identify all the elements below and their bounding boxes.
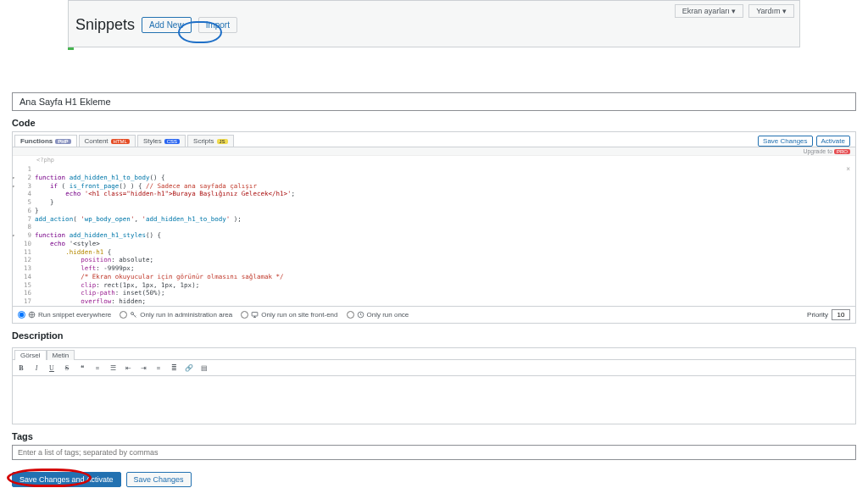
align-center-icon[interactable]: ≣ bbox=[169, 363, 179, 373]
tags-input[interactable] bbox=[12, 445, 856, 460]
tab-styles-label: Styles bbox=[143, 137, 162, 145]
upgrade-row: Upgrade to PRO bbox=[13, 147, 855, 156]
image-icon[interactable]: ▤ bbox=[199, 363, 209, 373]
tab-content-label: Content bbox=[85, 137, 108, 145]
align-left-icon[interactable]: ≡ bbox=[153, 363, 164, 373]
progress-indicator bbox=[68, 47, 74, 50]
help-button[interactable]: Yardım ▾ bbox=[748, 4, 794, 18]
screen-options-button[interactable]: Ekran ayarları ▾ bbox=[675, 4, 744, 18]
tab-styles[interactable]: StylesCSS bbox=[137, 135, 186, 147]
description-section-label: Description bbox=[12, 330, 856, 341]
page-header: Ekran ayarları ▾ Yardım ▾ Snippets Add N… bbox=[68, 0, 800, 47]
code-panel: FunctionsPHP ContentHTML StylesCSS Scrip… bbox=[12, 131, 856, 307]
save-changes-button[interactable]: Save Changes bbox=[126, 472, 192, 487]
save-changes-button-top[interactable]: Save Changes bbox=[758, 136, 812, 147]
tags-section-label: Tags bbox=[12, 431, 856, 441]
quote-icon[interactable]: ❝ bbox=[77, 363, 87, 373]
tab-scripts-label: Scripts bbox=[193, 137, 214, 145]
code-tabs: FunctionsPHP ContentHTML StylesCSS Scrip… bbox=[14, 135, 234, 147]
bullet-list-icon[interactable]: ≡ bbox=[92, 363, 103, 373]
description-tab-visual[interactable]: Görsel bbox=[14, 350, 47, 360]
editor-toolbar: B I U S ❝ ≡ ☰ ⇤ ⇥ ≡ ≣ 🔗 ▤ bbox=[13, 360, 855, 376]
description-panel: Görsel Metin B I U S ❝ ≡ ☰ ⇤ ⇥ ≡ ≣ 🔗 ▤ bbox=[12, 347, 856, 424]
key-icon bbox=[130, 311, 137, 319]
tab-functions-label: Functions bbox=[20, 137, 53, 145]
underline-icon[interactable]: U bbox=[47, 363, 57, 373]
run-once-radio[interactable]: Only run once bbox=[347, 311, 409, 319]
globe-icon bbox=[28, 311, 36, 319]
close-icon[interactable]: × bbox=[846, 165, 850, 174]
php-open-tag: <?php bbox=[13, 156, 855, 164]
indent-icon[interactable]: ⇥ bbox=[138, 363, 148, 373]
save-and-activate-button[interactable]: Save Changes and Activate bbox=[12, 472, 121, 487]
import-button[interactable]: Import bbox=[198, 17, 237, 33]
upgrade-label: Upgrade to bbox=[803, 148, 832, 154]
page-title: Snippets bbox=[75, 16, 135, 34]
run-options-row: Run snippet everywhere Only run in admin… bbox=[12, 307, 856, 324]
priority-input[interactable] bbox=[832, 309, 850, 320]
outdent-icon[interactable]: ⇤ bbox=[123, 363, 133, 373]
strike-icon[interactable]: S bbox=[62, 363, 72, 373]
run-once-label: Only run once bbox=[367, 311, 409, 319]
clock-icon bbox=[357, 311, 364, 319]
description-tab-text[interactable]: Metin bbox=[47, 350, 75, 360]
tab-content[interactable]: ContentHTML bbox=[79, 135, 136, 147]
link-icon[interactable]: 🔗 bbox=[184, 363, 194, 373]
svg-rect-2 bbox=[252, 313, 258, 317]
code-editor[interactable]: × 1▾2▾345678▾910111213141516171819202122… bbox=[13, 164, 855, 306]
code-section-label: Code bbox=[12, 118, 856, 128]
activate-button[interactable]: Activate bbox=[816, 136, 850, 147]
tab-functions[interactable]: FunctionsPHP bbox=[14, 135, 77, 147]
italic-icon[interactable]: I bbox=[31, 363, 42, 373]
number-list-icon[interactable]: ☰ bbox=[108, 363, 118, 373]
run-admin-radio[interactable]: Only run in administration area bbox=[120, 311, 232, 319]
run-everywhere-radio[interactable]: Run snippet everywhere bbox=[18, 311, 111, 319]
monitor-icon bbox=[251, 311, 259, 319]
snippet-title-input[interactable] bbox=[12, 92, 856, 111]
description-textarea[interactable] bbox=[13, 376, 855, 424]
run-frontend-label: Only run on site front-end bbox=[261, 311, 337, 319]
run-admin-label: Only run in administration area bbox=[140, 311, 232, 319]
bold-icon[interactable]: B bbox=[16, 363, 26, 373]
add-new-button[interactable]: Add New bbox=[142, 17, 192, 33]
svg-point-1 bbox=[131, 313, 134, 315]
run-frontend-radio[interactable]: Only run on site front-end bbox=[241, 311, 337, 319]
pro-badge: PRO bbox=[834, 149, 850, 154]
priority-label: Priority bbox=[807, 311, 828, 319]
tab-scripts[interactable]: ScriptsJS bbox=[187, 135, 233, 147]
run-everywhere-label: Run snippet everywhere bbox=[38, 311, 111, 319]
